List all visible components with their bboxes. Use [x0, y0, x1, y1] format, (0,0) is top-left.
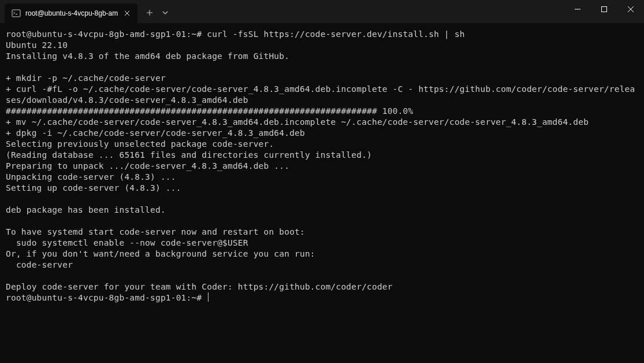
close-button[interactable]: [617, 0, 644, 18]
maximize-button[interactable]: [591, 0, 617, 18]
titlebar: root@ubuntu-s-4vcpu-8gb-am: [0, 0, 644, 23]
terminal-content[interactable]: root@ubuntu-s-4vcpu-8gb-amd-sgp1-01:~# c…: [0, 23, 644, 309]
tab-active[interactable]: root@ubuntu-s-4vcpu-8gb-am: [5, 3, 137, 23]
terminal-output: root@ubuntu-s-4vcpu-8gb-amd-sgp1-01:~# c…: [6, 29, 635, 291]
terminal-prompt: root@ubuntu-s-4vcpu-8gb-amd-sgp1-01:~#: [6, 293, 207, 302]
tab-title: root@ubuntu-s-4vcpu-8gb-am: [25, 9, 118, 17]
minimize-button[interactable]: [564, 0, 591, 18]
svg-rect-3: [602, 7, 607, 12]
cursor: [208, 292, 209, 302]
tab-close-button[interactable]: [122, 9, 132, 18]
svg-rect-0: [12, 10, 20, 17]
new-tab-button[interactable]: [141, 4, 158, 21]
window-controls: [564, 0, 644, 23]
tab-dropdown-button[interactable]: [158, 4, 172, 21]
terminal-icon: [12, 9, 21, 18]
